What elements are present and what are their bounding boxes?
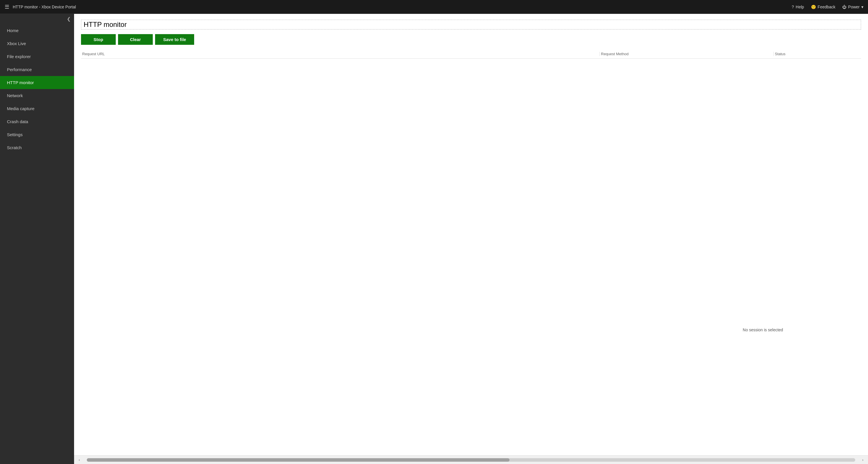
horizontal-scrollbar-area: ‹ › — [74, 455, 868, 464]
sidebar-item-media-capture[interactable]: Media capture — [0, 102, 74, 115]
hamburger-icon[interactable]: ☰ — [5, 4, 9, 10]
feedback-label: Feedback — [818, 5, 835, 9]
power-label: Power — [848, 5, 860, 9]
stop-button[interactable]: Stop — [81, 34, 116, 45]
scrollbar-thumb[interactable] — [87, 458, 509, 462]
title-bar-right: ? Help 🙂 Feedback ⏻ Power ▾ — [792, 5, 863, 9]
power-icon: ⏻ — [842, 5, 846, 9]
page-title: HTTP monitor — [81, 20, 861, 30]
table-body: No session is selected — [81, 59, 861, 450]
content-area: HTTP monitor Stop Clear Save to file Req… — [74, 14, 868, 464]
column-header-request-url: Request URL — [81, 52, 599, 56]
feedback-button[interactable]: 🙂 Feedback — [811, 5, 835, 9]
title-bar: ☰ HTTP monitor - Xbox Device Portal ? He… — [0, 0, 868, 14]
sidebar-item-http-monitor[interactable]: HTTP monitor — [0, 76, 74, 89]
sidebar-item-crash-data[interactable]: Crash data — [0, 115, 74, 128]
sidebar-item-xbox-live[interactable]: Xbox Live — [0, 37, 74, 50]
scrollbar-track[interactable] — [87, 458, 855, 462]
power-button[interactable]: ⏻ Power ▾ — [842, 5, 863, 9]
sidebar-item-home[interactable]: Home — [0, 24, 74, 37]
power-chevron-icon: ▾ — [861, 5, 863, 9]
title-bar-title: HTTP monitor - Xbox Device Portal — [13, 5, 76, 9]
main-layout: ❮ Home Xbox Live File explorer Performan… — [0, 14, 868, 464]
column-header-request-method: Request Method — [599, 52, 773, 56]
no-session-message: No session is selected — [743, 328, 783, 332]
table-header: Request URL Request Method Status — [81, 49, 861, 59]
sidebar-collapse-button[interactable]: ❮ — [0, 14, 74, 24]
clear-button[interactable]: Clear — [118, 34, 153, 45]
sidebar-item-file-explorer[interactable]: File explorer — [0, 50, 74, 63]
help-label: Help — [796, 5, 804, 9]
scroll-right-button[interactable]: › — [862, 458, 863, 462]
sidebar-item-scratch[interactable]: Scratch — [0, 141, 74, 154]
column-header-status: Status — [773, 52, 861, 56]
sidebar: ❮ Home Xbox Live File explorer Performan… — [0, 14, 74, 464]
sidebar-item-settings[interactable]: Settings — [0, 128, 74, 141]
toolbar: Stop Clear Save to file — [81, 34, 861, 45]
sidebar-item-performance[interactable]: Performance — [0, 63, 74, 76]
feedback-icon: 🙂 — [811, 5, 816, 9]
content-inner: HTTP monitor Stop Clear Save to file Req… — [74, 14, 868, 455]
sidebar-item-network[interactable]: Network — [0, 89, 74, 102]
help-icon: ? — [792, 5, 794, 9]
help-button[interactable]: ? Help — [792, 5, 804, 9]
save-to-file-button[interactable]: Save to file — [155, 34, 194, 45]
scroll-left-button[interactable]: ‹ — [79, 458, 80, 462]
title-bar-left: ☰ HTTP monitor - Xbox Device Portal — [5, 4, 792, 10]
